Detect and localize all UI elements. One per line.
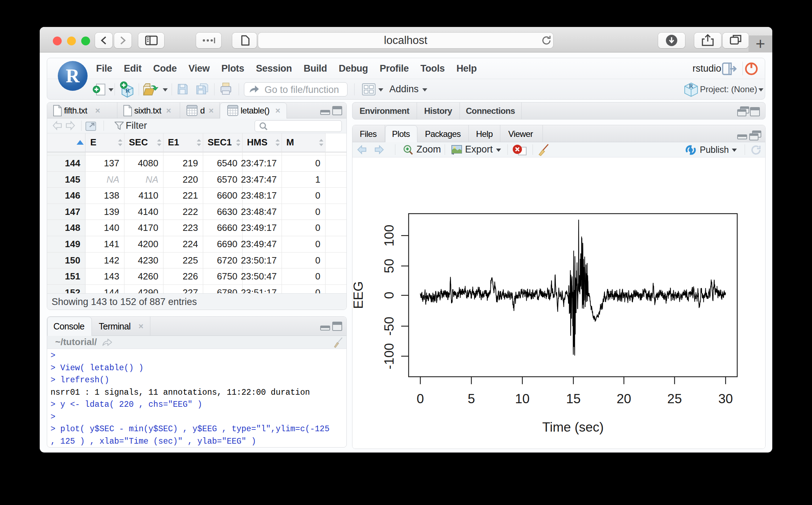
svg-text:-50: -50 — [382, 317, 396, 335]
svg-text:100: 100 — [382, 224, 396, 246]
svg-text:R: R — [689, 83, 693, 89]
svg-text:R: R — [126, 87, 130, 94]
svg-text:0: 0 — [382, 292, 396, 299]
svg-text:30: 30 — [718, 392, 733, 406]
svg-text:0: 0 — [417, 392, 424, 406]
svg-text:10: 10 — [515, 392, 529, 406]
svg-text:EEG: EEG — [352, 281, 366, 309]
svg-text:50: 50 — [382, 259, 396, 273]
svg-text:15: 15 — [566, 392, 580, 406]
svg-text:5: 5 — [468, 392, 475, 406]
svg-text:-100: -100 — [382, 343, 396, 369]
svg-text:Time (sec): Time (sec) — [542, 420, 604, 434]
svg-text:20: 20 — [616, 392, 631, 406]
svg-text:25: 25 — [667, 392, 682, 406]
